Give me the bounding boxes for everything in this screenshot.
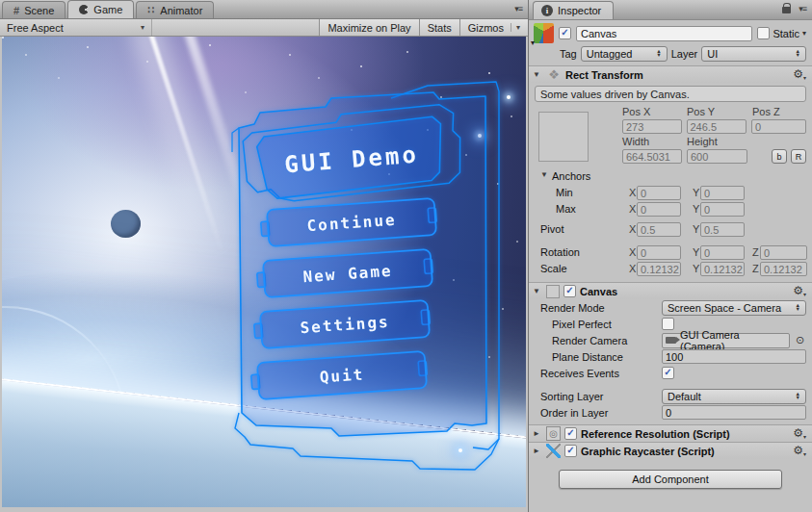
maximize-on-play-button[interactable]: Maximize on Play <box>319 19 418 36</box>
scale-z-field[interactable]: 0.12132 <box>760 262 807 276</box>
gizmos-button[interactable]: Gizmos ▾ <box>459 19 528 36</box>
sorting-layer-value: Default <box>668 391 701 402</box>
rotation-x-field[interactable]: 0 <box>637 245 681 260</box>
scale-y-field[interactable]: 0.12132 <box>700 262 745 276</box>
tab-scene[interactable]: # Scene <box>2 1 65 18</box>
inspector-panel: i Inspector ▾≡ ▾ ✓ Canvas Static ▾ Tag U… <box>528 0 812 512</box>
gameobject-icon[interactable]: ▾ <box>534 23 554 43</box>
sorting-layer-dropdown[interactable]: Default ▲▼ <box>662 389 806 404</box>
tab-inspector-label: Inspector <box>558 5 601 16</box>
aspect-dropdown[interactable]: Free Aspect ▾ <box>0 19 152 36</box>
width-field[interactable]: 664.5031 <box>622 149 682 164</box>
blueprint-mode-button[interactable]: b <box>772 149 787 164</box>
panel-menu-icon[interactable]: ▾≡ <box>799 4 806 13</box>
canvas-enabled-checkbox[interactable]: ✓ <box>563 285 576 297</box>
foldout-closed-icon[interactable]: ► <box>533 429 542 438</box>
anchors-max-row: Max X 0 Y 0 <box>529 201 812 218</box>
anchors-max-y-field[interactable]: 0 <box>700 202 745 217</box>
tag-dropdown[interactable]: Untagged ▲▼ <box>581 46 668 62</box>
pivot-x-field[interactable]: 0.5 <box>637 222 681 237</box>
receives-events-checkbox[interactable]: ✓ <box>662 367 674 379</box>
foldout-closed-icon[interactable]: ► <box>533 447 542 455</box>
render-mode-dropdown[interactable]: Screen Space - Camera ▲▼ <box>662 300 806 316</box>
quit-label: Quit <box>319 365 365 386</box>
anchors-min-y-field[interactable]: 0 <box>700 186 745 200</box>
rotation-z-field[interactable]: 0 <box>760 245 807 260</box>
layer-dropdown[interactable]: UI ▲▼ <box>701 46 806 62</box>
gear-icon[interactable]: ⚙▾ <box>793 427 806 440</box>
gear-icon[interactable]: ⚙▾ <box>793 285 806 297</box>
tab-animator[interactable]: ∷ Animator <box>136 1 214 18</box>
reference-resolution-header[interactable]: ► ◎ ✓ Reference Resolution (Script) ⚙▾ <box>529 424 812 442</box>
panel-menu-icon[interactable]: ▾≡ <box>514 4 522 13</box>
foldout-open-icon[interactable]: ▼ <box>533 287 542 295</box>
axis-y-label: Y <box>693 263 699 274</box>
height-field[interactable]: 600 <box>687 149 747 164</box>
foldout-open-icon[interactable]: ▼ <box>533 70 542 79</box>
view-tab-bar: # Scene Game ∷ Animator ▾≡ <box>0 0 528 19</box>
pixel-perfect-label: Pixel Perfect <box>552 319 612 330</box>
gameobject-name-field[interactable]: Canvas <box>576 26 752 41</box>
tab-game-label: Game <box>93 4 122 15</box>
updown-icon: ▲▼ <box>792 304 800 311</box>
updown-icon: ▲▼ <box>792 393 800 399</box>
render-camera-object-field[interactable]: GUI Camera (Camera) <box>662 333 790 348</box>
toolbar-spacer <box>152 19 319 36</box>
rect-transform-header[interactable]: ▼ ❖ Rect Transform ⚙▾ <box>529 65 812 83</box>
graphic-raycaster-checkbox[interactable]: ✓ <box>564 445 577 457</box>
anchors-min-x-field[interactable]: 0 <box>637 186 681 200</box>
axis-y-label: Y <box>693 187 699 198</box>
reference-resolution-title: Reference Resolution (Script) <box>581 428 730 440</box>
rotation-row: Rotation X 0 Y 0 Z 0 <box>529 244 812 261</box>
anchor-preview-box[interactable] <box>538 112 589 162</box>
pos-x-field[interactable]: 273 <box>622 119 682 134</box>
plane-distance-field[interactable]: 100 <box>662 349 806 364</box>
tab-game[interactable]: Game <box>67 0 134 18</box>
info-icon: i <box>541 5 553 16</box>
receives-events-label: Receives Events <box>540 368 619 379</box>
menu-left-accent <box>232 128 239 152</box>
tab-inspector[interactable]: i Inspector <box>533 1 614 19</box>
pos-z-field[interactable]: 0 <box>751 119 806 134</box>
gear-icon[interactable]: ⚙▾ <box>793 68 806 81</box>
scale-x-field[interactable]: 0.12132 <box>637 262 681 276</box>
anchors-max-x-field[interactable]: 0 <box>637 202 681 217</box>
static-checkbox[interactable] <box>757 27 770 39</box>
tag-layer-row: Tag Untagged ▲▼ Layer UI ▲▼ <box>529 44 812 65</box>
game-icon <box>79 5 89 14</box>
pos-z-label: Pos Z <box>752 106 806 117</box>
pivot-y-field[interactable]: 0.5 <box>700 222 745 237</box>
updown-icon: ▲▼ <box>792 50 800 57</box>
anchors-label: Anchors <box>552 170 590 182</box>
stats-label: Stats <box>428 22 452 34</box>
scale-label: Scale <box>540 263 567 274</box>
raw-edit-mode-button[interactable]: R <box>791 149 806 164</box>
static-dropdown-icon[interactable]: ▾ <box>802 29 806 38</box>
canvas-component-header[interactable]: ▼ ✓ Canvas ⚙▾ <box>529 282 812 299</box>
reference-resolution-checkbox[interactable]: ✓ <box>564 427 577 440</box>
stats-button[interactable]: Stats <box>419 19 459 36</box>
layer-value: UI <box>707 48 718 60</box>
lock-icon[interactable] <box>782 7 791 13</box>
axis-x-label: X <box>629 246 636 258</box>
pos-x-label: Pos X <box>622 106 682 117</box>
add-component-button[interactable]: Add Component <box>559 470 782 489</box>
foldout-open-icon[interactable]: ▼ <box>540 170 548 179</box>
pixel-perfect-checkbox[interactable] <box>662 318 674 330</box>
unity-editor-window: # Scene Game ∷ Animator ▾≡ Free Aspect ▾… <box>0 0 812 512</box>
axis-z-label: Z <box>752 246 759 258</box>
scene-icon: # <box>13 5 19 16</box>
scale-row: Scale X 0.12132 Y 0.12132 Z 0.12132 <box>529 261 812 277</box>
gear-icon[interactable]: ⚙▾ <box>793 445 806 457</box>
rotation-y-field[interactable]: 0 <box>700 245 745 260</box>
active-checkbox[interactable]: ✓ <box>559 27 571 39</box>
object-picker-icon[interactable]: ⊙ <box>794 334 806 346</box>
max-label: Max <box>556 203 576 215</box>
anchors-foldout-row: ▼ Anchors <box>529 168 812 185</box>
graphic-raycaster-header[interactable]: ► ✓ Graphic Raycaster (Script) ⚙▾ <box>529 442 812 459</box>
updown-icon: ▲▼ <box>652 50 661 57</box>
pos-y-field[interactable]: 246.5 <box>687 119 747 134</box>
render-camera-label: Render Camera <box>552 335 627 346</box>
order-in-layer-field[interactable]: 0 <box>662 405 806 420</box>
maximize-on-play-label: Maximize on Play <box>327 22 410 34</box>
